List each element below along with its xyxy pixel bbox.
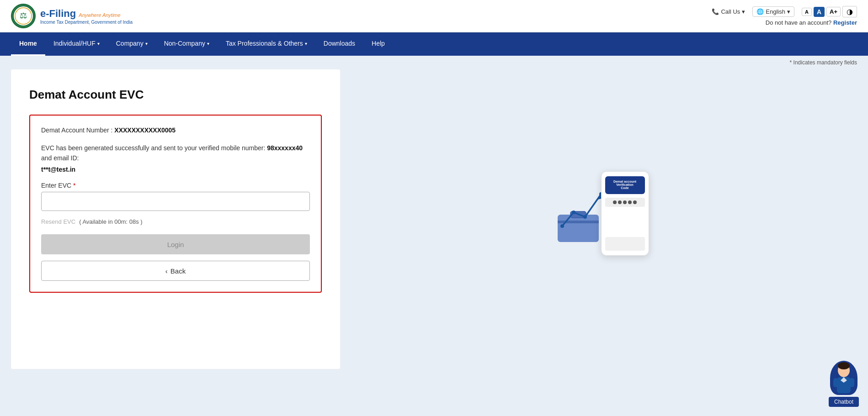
left-panel: Demat Account EVC Demat Account Number :… [11,69,340,369]
mobile-number: 98xxxxxx40 [267,144,303,152]
account-number-value: XXXXXXXXXXX0005 [114,126,176,134]
phone-card: Demat accountVerificationCode [601,171,649,256]
logo-area: ⚖ e-Filing Anywhere Anytime Income Tax D… [11,4,133,28]
code-dot-4 [628,200,632,204]
email-value: t**t@test.in [41,164,310,174]
call-us-button[interactable]: 📞 Call Us ▾ [712,8,745,15]
phone-code-area [605,198,645,207]
nav-label-individual: Individual/HUF [53,40,96,47]
back-arrow-icon: ‹ [165,267,168,275]
nav-label-help: Help [372,40,385,47]
nav-arrow-company: ▾ [145,41,148,46]
nav-label-downloads: Downloads [324,40,355,47]
email-prefix: and email ID: [41,154,79,162]
nav-item-downloads[interactable]: Downloads [315,32,363,56]
resend-evc-link: Resend EVC [41,218,75,225]
resend-timer: ( Available in 00m: 08s ) [79,218,143,225]
evc-label: Enter EVC * [41,182,310,189]
logo-tagline: Anywhere Anytime [79,12,120,18]
header-right: 📞 Call Us ▾ 🌐 English ▾ A A A+ ◑ Do not … [712,6,857,26]
header-top-row: 📞 Call Us ▾ 🌐 English ▾ A A A+ ◑ [712,6,857,17]
chatbot-panel[interactable]: Chatbot [829,361,859,407]
account-number-row: Demat Account Number : XXXXXXXXXXX0005 [41,126,310,134]
header: ⚖ e-Filing Anywhere Anytime Income Tax D… [0,0,868,32]
svg-rect-3 [558,215,599,242]
no-account-text: Do not have an account? [766,19,832,26]
nav-label-home: Home [19,40,37,47]
logo-efiling: e-Filing Anywhere Anytime [40,8,133,20]
evc-input[interactable] [41,192,310,211]
main-content: Demat Account EVC Demat Account Number :… [0,69,868,380]
nav-arrow-individual: ▾ [97,41,100,46]
login-button[interactable]: Login [41,234,310,254]
phone-screen-title: Demat accountVerificationCode [608,180,642,190]
back-button[interactable]: ‹ Back [41,261,310,281]
chatbot-avatar [830,361,857,395]
chatbot-label[interactable]: Chatbot [829,397,859,407]
logo-emblem: ⚖ [11,4,36,28]
right-panel: Demat accountVerificationCode [340,69,857,369]
language-label: English [766,8,785,15]
nav-item-noncompany[interactable]: Non-Company ▾ [156,32,218,56]
nav-item-help[interactable]: Help [363,32,393,56]
code-dot-3 [623,200,627,204]
font-medium-button[interactable]: A [814,7,825,17]
phone-bottom [605,237,645,251]
nav-label-company: Company [116,40,144,47]
svg-point-7 [560,224,564,228]
nav-item-individual[interactable]: Individual/HUF ▾ [45,32,108,56]
logo-text: e-Filing Anywhere Anytime Income Tax Dep… [40,8,133,25]
code-dot-1 [613,200,617,204]
evc-message-text: EVC has been generated successfully and … [41,144,265,152]
phone-icon: 📞 [712,8,719,15]
navbar: Home Individual/HUF ▾ Company ▾ Non-Comp… [0,32,868,56]
resend-row: Resend EVC ( Available in 00m: 08s ) [41,218,310,225]
call-us-arrow: ▾ [742,8,745,15]
globe-icon: 🌐 [756,8,764,15]
chatbot-figure [832,362,855,394]
nav-label-taxprofessionals: Tax Professionals & Others [226,40,303,47]
svg-point-8 [572,211,575,214]
contrast-button[interactable]: ◑ [842,6,857,17]
font-controls: A A A+ ◑ [802,6,857,17]
code-dot-5 [633,200,637,204]
svg-point-12 [838,362,850,369]
nav-label-noncompany: Non-Company [164,40,205,47]
register-row: Do not have an account? Register [766,19,857,26]
lang-arrow: ▾ [787,8,790,15]
nav-item-company[interactable]: Company ▾ [108,32,156,56]
page-title: Demat Account EVC [29,88,322,102]
font-large-button[interactable]: A+ [826,7,841,16]
evc-message: EVC has been generated successfully and … [41,143,310,174]
logo-subtitle: Income Tax Department, Government of Ind… [40,20,133,25]
account-number-label: Demat Account Number : [41,126,112,134]
nav-item-taxprofessionals[interactable]: Tax Professionals & Others ▾ [218,32,315,56]
form-box: Demat Account Number : XXXXXXXXXXX0005 E… [29,115,322,293]
code-dot-2 [618,200,622,204]
svg-rect-16 [850,378,854,387]
required-star: * [73,182,75,189]
nav-arrow-taxprofessionals: ▾ [305,41,307,46]
svg-text:⚖: ⚖ [20,11,27,20]
register-link[interactable]: Register [833,19,857,26]
back-button-label: Back [170,267,186,275]
illustration: Demat accountVerificationCode [548,167,649,272]
call-us-label: Call Us [721,8,740,15]
svg-point-9 [583,215,587,219]
phone-screen: Demat accountVerificationCode [605,176,645,194]
nav-arrow-noncompany: ▾ [207,41,209,46]
nav-item-home[interactable]: Home [11,32,45,56]
language-selector[interactable]: 🌐 English ▾ [752,6,794,17]
svg-rect-15 [833,378,838,387]
mandatory-note: * Indicates mandatory fields [0,56,868,69]
font-small-button[interactable]: A [802,8,812,16]
